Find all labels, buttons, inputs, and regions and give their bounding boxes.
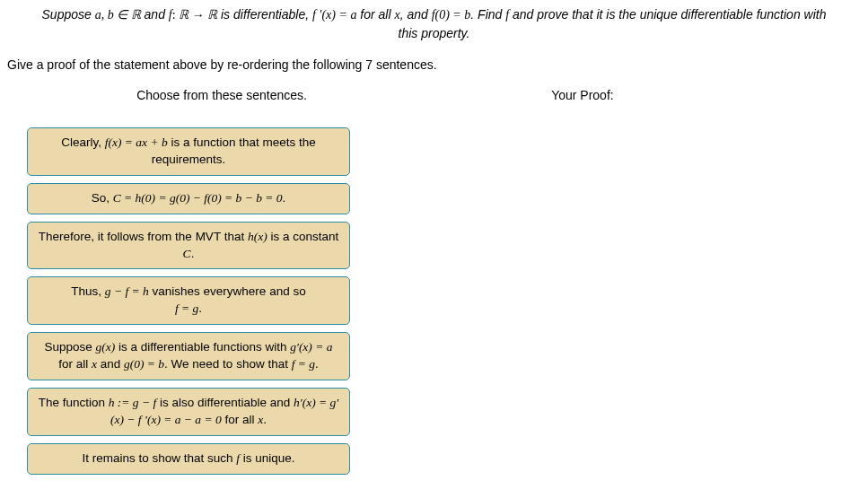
problem-text-pre: Suppose <box>42 7 95 22</box>
card1-math: f(x) = ax + b <box>105 135 168 149</box>
math-R: ℝ <box>131 8 141 22</box>
text-diff: is differentiable, <box>217 7 312 22</box>
card4-math2: f = g <box>175 301 198 315</box>
card5-mid2: for all <box>58 357 92 371</box>
card4-math1: g − f = h <box>105 284 149 298</box>
text-and: and <box>141 7 169 22</box>
card1-pre: Clearly, <box>61 135 105 149</box>
card7-post: is unique. <box>240 451 295 465</box>
card7-pre: It remains to show that such <box>82 451 236 465</box>
card5-math2: g′(x) = a <box>290 340 332 354</box>
text-forall: for all <box>356 7 394 22</box>
card3-math1: h(x) <box>248 230 267 243</box>
source-header: Choose from these sentences. <box>27 88 416 102</box>
card1-post: is a function that meets the requirement… <box>152 135 316 166</box>
sentence-card-1[interactable]: Clearly, f(x) = ax + b is a function tha… <box>27 127 350 176</box>
card5-post: . <box>315 357 319 371</box>
card5-mid3: and <box>97 357 124 371</box>
card5-math5: f = g <box>292 357 315 371</box>
card3-mid: is a constant <box>267 230 339 243</box>
sentence-card-5[interactable]: Suppose g(x) is a differentiable functio… <box>27 332 350 380</box>
card6-post: . <box>263 413 267 426</box>
text-rest: and prove that it is the unique differen… <box>509 7 826 22</box>
sentence-card-7[interactable]: It remains to show that such f is unique… <box>27 443 350 475</box>
instruction-text: Give a proof of the statement above by r… <box>0 50 868 88</box>
card6-mid2: for all <box>222 413 259 426</box>
proof-header: Your Proof: <box>452 88 868 102</box>
card3-post: . <box>191 247 195 260</box>
sentence-card-6[interactable]: The function h := g − f is also differen… <box>27 388 350 436</box>
source-column: Choose from these sentences. Clearly, f(… <box>0 88 416 482</box>
card4-pre: Thus, <box>71 284 105 298</box>
card2-math: C = h(0) = g(0) − f(0) = b − b = 0 <box>113 191 283 205</box>
card4-post: . <box>198 301 202 315</box>
card3-pre: Therefore, it follows from the MVT that <box>39 230 248 243</box>
card2-post: . <box>283 191 286 205</box>
math-RR: ℝ → ℝ <box>179 8 217 22</box>
card6-math1: h := g − f <box>109 396 156 409</box>
problem-statement: Suppose a, b ∈ ℝ and f: ℝ → ℝ is differe… <box>0 0 868 50</box>
problem-line2: this property. <box>399 26 470 40</box>
card5-math4: g(0) = b <box>124 357 164 371</box>
card5-pre: Suppose <box>45 340 96 354</box>
math-fprime: f ′(x) = a <box>312 8 356 22</box>
card5-mid1: is a differentiable functions with <box>115 340 290 354</box>
proof-columns: Choose from these sentences. Clearly, f(… <box>0 88 868 482</box>
sentence-card-4[interactable]: Thus, g − f = h vanishes everywhere and … <box>27 276 350 325</box>
card2-pre: So, <box>92 191 113 205</box>
card6-pre: The function <box>39 396 109 409</box>
sentence-card-2[interactable]: So, C = h(0) = g(0) − f(0) = b − b = 0. <box>27 183 350 214</box>
card6-mid1: is also differentiable and <box>156 396 294 409</box>
card5-mid4: . We need to show that <box>164 357 292 371</box>
sentence-card-3[interactable]: Therefore, it follows from the MVT that … <box>27 222 350 270</box>
proof-column[interactable]: Your Proof: <box>416 88 868 482</box>
math-f0: f(0) = b <box>432 8 471 22</box>
card5-math1: g(x) <box>96 340 116 354</box>
math-colon: : <box>172 8 179 22</box>
card4-mid: vanishes everywhere and so <box>149 284 306 298</box>
text-andf0: , and <box>400 7 432 22</box>
text-find: . Find <box>470 7 505 22</box>
card3-math2: C <box>183 247 191 260</box>
math-ab: a, b ∈ <box>95 8 131 22</box>
